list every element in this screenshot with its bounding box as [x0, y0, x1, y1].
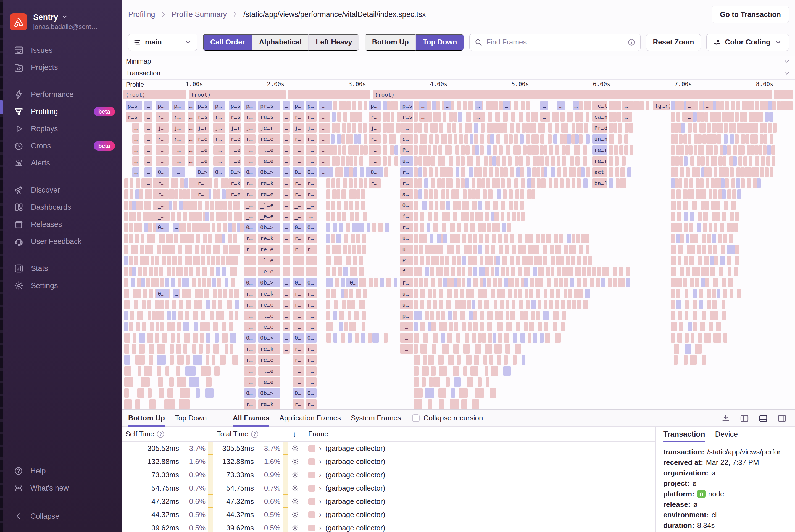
flamegraph-frame[interactable] — [363, 212, 367, 221]
flamegraph-frame[interactable] — [627, 167, 631, 177]
flamegraph-frame[interactable] — [414, 289, 418, 298]
flamegraph-frame[interactable]: r… — [213, 112, 225, 121]
flamegraph-frame[interactable] — [213, 189, 216, 199]
flamegraph-frame[interactable] — [460, 311, 465, 320]
flamegraph-frame[interactable] — [551, 167, 555, 177]
flamegraph-frame[interactable] — [726, 112, 730, 121]
flamegraph-frame[interactable] — [496, 256, 500, 265]
flamegraph-frame[interactable]: j…r — [195, 123, 209, 133]
flamegraph-frame[interactable] — [708, 189, 713, 199]
flamegraph-frame[interactable]: _… — [156, 156, 169, 166]
flamegraph-frame[interactable] — [124, 223, 128, 232]
flamegraph-frame[interactable] — [218, 289, 222, 298]
flamegraph-frame[interactable] — [355, 333, 359, 343]
flamegraph-frame[interactable] — [677, 201, 681, 210]
flamegraph-frame[interactable]: … — [557, 101, 564, 111]
flamegraph-frame[interactable] — [754, 145, 758, 155]
flamegraph-frame[interactable] — [478, 223, 482, 232]
flamegraph-frame[interactable] — [554, 234, 558, 243]
flamegraph-frame[interactable] — [490, 355, 493, 365]
flamegraph-frame[interactable] — [124, 234, 128, 243]
flamegraph-frame[interactable] — [555, 112, 559, 121]
flamegraph-frame[interactable] — [456, 234, 460, 243]
flamegraph-frame[interactable] — [680, 267, 684, 276]
flamegraph-frame[interactable] — [731, 223, 735, 232]
flamegraph-frame[interactable] — [509, 189, 513, 199]
flamegraph-frame[interactable] — [196, 234, 200, 243]
flamegraph-frame[interactable] — [493, 201, 498, 210]
flamegraph-frame[interactable] — [583, 178, 588, 188]
flamegraph-frame[interactable] — [490, 123, 494, 133]
flamegraph-frame[interactable] — [206, 223, 210, 232]
flamegraph-frame[interactable] — [723, 333, 727, 343]
flamegraph-frame[interactable] — [713, 245, 717, 254]
flamegraph-frame[interactable]: r… — [244, 399, 255, 409]
flamegraph-frame[interactable]: _e…e — [258, 212, 280, 221]
flamegraph-frame[interactable] — [170, 234, 173, 243]
flamegraph-frame[interactable] — [394, 278, 398, 287]
flamegraph-frame[interactable] — [338, 145, 341, 155]
flamegraph-frame[interactable] — [157, 245, 161, 254]
flamegraph-frame[interactable] — [493, 333, 496, 343]
flamegraph-frame[interactable] — [478, 300, 482, 309]
flamegraph-frame[interactable] — [124, 344, 129, 354]
flamegraph-frame[interactable]: _… — [292, 366, 304, 376]
flamegraph-frame[interactable] — [671, 223, 675, 232]
flamegraph-frame[interactable]: r… — [244, 355, 255, 365]
flamegraph-frame[interactable] — [337, 178, 340, 188]
flamegraph-frame[interactable] — [501, 289, 505, 298]
flamegraph-frame[interactable] — [553, 322, 557, 331]
flamegraph-frame[interactable] — [361, 189, 365, 199]
flamegraph-frame[interactable]: _… — [244, 366, 255, 376]
flamegraph-frame[interactable]: r… — [292, 300, 304, 309]
flamegraph-frame[interactable]: r… — [305, 300, 317, 309]
flamegraph-frame[interactable] — [571, 178, 575, 188]
flamegraph-frame[interactable] — [684, 223, 687, 232]
flamegraph-frame[interactable] — [723, 145, 727, 155]
flamegraph-frame[interactable] — [685, 300, 689, 309]
flamegraph-frame[interactable] — [472, 399, 479, 409]
flamegraph-frame[interactable] — [727, 189, 731, 199]
flamegraph-frame[interactable] — [187, 189, 190, 199]
flamegraph-frame[interactable]: 0… — [305, 333, 317, 343]
flamegraph-frame[interactable] — [763, 134, 768, 144]
flamegraph-frame[interactable] — [625, 123, 629, 133]
flamegraph-frame[interactable] — [751, 101, 754, 111]
flamegraph-frame[interactable] — [437, 178, 441, 188]
flamegraph-frame[interactable] — [355, 112, 359, 121]
flamegraph-frame[interactable]: … — [145, 123, 152, 133]
flamegraph-frame[interactable] — [207, 256, 210, 265]
flamegraph-frame[interactable] — [696, 178, 700, 188]
flamegraph-frame[interactable] — [490, 134, 494, 144]
flamegraph-frame[interactable] — [455, 189, 459, 199]
flamegraph-frame[interactable] — [189, 377, 199, 387]
flamegraph-frame[interactable] — [521, 101, 525, 111]
flamegraph-frame[interactable] — [386, 123, 390, 133]
flamegraph-frame[interactable] — [696, 267, 700, 276]
flamegraph-frame[interactable] — [454, 289, 458, 298]
flamegraph-frame[interactable] — [579, 134, 583, 144]
flamegraph-frame[interactable] — [414, 355, 420, 365]
flamegraph-frame[interactable] — [352, 223, 356, 232]
flamegraph-frame[interactable] — [451, 189, 455, 199]
flamegraph-frame[interactable]: f… — [400, 212, 413, 221]
flamegraph-frame[interactable] — [613, 123, 617, 133]
flamegraph-frame[interactable]: _e…e — [258, 377, 280, 387]
flamegraph-frame[interactable] — [702, 355, 706, 365]
flamegraph-frame[interactable] — [527, 189, 531, 199]
flamegraph-frame[interactable] — [478, 245, 482, 254]
flamegraph-frame[interactable] — [390, 145, 394, 155]
flamegraph-frame[interactable] — [151, 234, 155, 243]
flamegraph-frame[interactable] — [705, 278, 709, 287]
flamegraph-frame[interactable] — [461, 167, 466, 177]
minimap-panel-header[interactable]: Minimap — [121, 56, 795, 67]
flamegraph-frame[interactable] — [139, 333, 145, 343]
flamegraph-frame[interactable] — [487, 278, 491, 287]
download-icon[interactable] — [721, 414, 730, 423]
flamegraph-frame[interactable] — [150, 212, 154, 221]
flamegraph-frame[interactable] — [433, 377, 440, 387]
flamegraph-frame[interactable] — [729, 156, 733, 166]
flamegraph-frame[interactable] — [225, 245, 228, 254]
flamegraph-frame[interactable] — [329, 278, 333, 287]
flamegraph-frame[interactable] — [124, 388, 129, 398]
